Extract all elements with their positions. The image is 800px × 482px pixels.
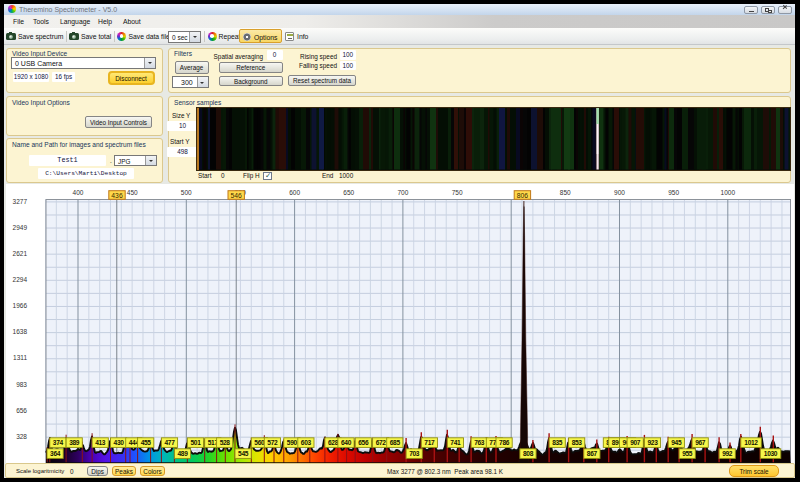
svg-text:477: 477	[164, 439, 175, 446]
svg-text:741: 741	[450, 439, 461, 446]
svg-text:2949: 2949	[13, 223, 28, 230]
svg-text:955: 955	[682, 450, 693, 457]
svg-text:546: 546	[231, 191, 243, 198]
svg-text:983: 983	[16, 380, 27, 387]
svg-text:389: 389	[69, 439, 80, 446]
svg-text:1638: 1638	[13, 328, 28, 335]
svg-text:672: 672	[376, 439, 387, 446]
svg-text:2294: 2294	[13, 275, 28, 282]
svg-text:500: 500	[181, 189, 192, 196]
svg-text:703: 703	[409, 450, 420, 457]
svg-text:1311: 1311	[13, 354, 27, 361]
svg-text:907: 907	[630, 439, 641, 446]
svg-text:685: 685	[390, 439, 401, 446]
svg-text:656: 656	[16, 406, 27, 413]
svg-text:328: 328	[16, 432, 27, 439]
svg-text:501: 501	[190, 439, 201, 446]
svg-text:967: 967	[695, 439, 706, 446]
svg-text:1000: 1000	[721, 189, 736, 196]
svg-text:763: 763	[474, 439, 485, 446]
svg-text:853: 853	[572, 439, 583, 446]
svg-text:545: 545	[238, 450, 249, 457]
svg-text:808: 808	[523, 450, 534, 457]
svg-text:806: 806	[517, 191, 529, 198]
svg-text:436: 436	[111, 191, 123, 198]
svg-text:1966: 1966	[13, 302, 28, 309]
svg-text:900: 900	[614, 189, 625, 196]
svg-text:489: 489	[177, 450, 188, 457]
svg-text:628: 628	[328, 439, 339, 446]
svg-text:1012: 1012	[744, 439, 758, 446]
svg-text:1030: 1030	[764, 450, 778, 457]
svg-text:590: 590	[287, 439, 298, 446]
svg-text:992: 992	[722, 450, 733, 457]
svg-text:867: 867	[587, 450, 598, 457]
svg-text:400: 400	[73, 189, 84, 196]
svg-text:450: 450	[127, 189, 138, 196]
svg-text:700: 700	[397, 189, 408, 196]
svg-text:750: 750	[452, 189, 463, 196]
svg-text:600: 600	[289, 189, 300, 196]
svg-text:923: 923	[647, 439, 658, 446]
svg-text:850: 850	[560, 189, 571, 196]
svg-text:455: 455	[141, 439, 152, 446]
svg-text:364: 364	[50, 450, 61, 457]
svg-text:640: 640	[341, 439, 352, 446]
svg-text:656: 656	[358, 439, 369, 446]
svg-text:430: 430	[114, 439, 125, 446]
svg-text:2621: 2621	[13, 249, 28, 256]
svg-text:528: 528	[220, 439, 231, 446]
svg-text:413: 413	[95, 439, 106, 446]
svg-text:560: 560	[254, 439, 265, 446]
svg-text:786: 786	[499, 439, 510, 446]
svg-text:945: 945	[671, 439, 682, 446]
svg-text:572: 572	[267, 439, 278, 446]
svg-text:603: 603	[301, 439, 312, 446]
svg-text:950: 950	[668, 189, 679, 196]
svg-text:3277: 3277	[13, 197, 28, 204]
svg-text:717: 717	[424, 439, 435, 446]
svg-text:835: 835	[552, 439, 563, 446]
svg-text:650: 650	[343, 189, 354, 196]
svg-text:374: 374	[53, 439, 64, 446]
